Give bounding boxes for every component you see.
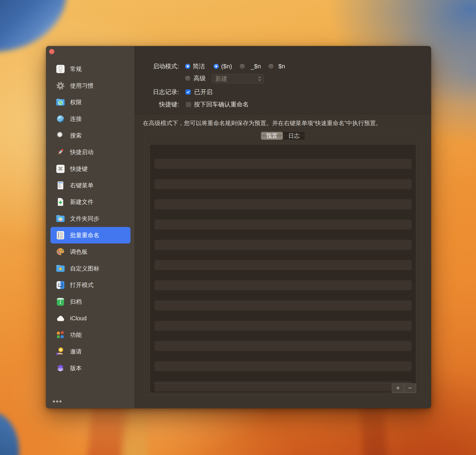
sidebar-item-custom-icons[interactable]: 自定义图标 — [50, 260, 130, 277]
sidebar-item-invite[interactable]: ¥ 邀请 — [50, 343, 130, 360]
sidebar-item-label: 常规 — [70, 65, 82, 73]
sidebar-item-label: iCloud — [70, 315, 87, 322]
table-row — [154, 341, 412, 351]
radio-format-underscore-label: _$n — [251, 63, 261, 70]
sidebar-item-connection[interactable]: 连接 — [50, 111, 130, 127]
close-button[interactable] — [49, 49, 54, 54]
sidebar-item-label: 邀请 — [70, 348, 82, 356]
sidebar-item-label: 快捷键 — [70, 165, 88, 173]
shapes-grid-icon — [56, 330, 65, 340]
sidebar-item-label: 文件夹同步 — [70, 215, 99, 223]
rocket-icon — [56, 147, 65, 157]
settings-section: 启动模式: 简洁 ($n) _$n $n 高级 新建 日志记录: — [134, 46, 431, 114]
sidebar-item-label: 搜索 — [70, 132, 82, 139]
sidebar-item-version[interactable]: 版本 — [50, 360, 130, 376]
sidebar-item-hotkeys[interactable]: ⌘ 快捷键 — [50, 160, 130, 177]
radio-format-paren[interactable] — [214, 64, 219, 69]
table-row — [154, 260, 412, 270]
radio-mode-simple[interactable] — [185, 64, 190, 69]
sidebar-item-label: 自定义图标 — [70, 265, 99, 272]
sidebar-item-search[interactable]: 搜索 — [50, 127, 130, 144]
radio-format-plain[interactable] — [268, 64, 274, 69]
sidebar-item-label: 权限 — [70, 98, 82, 106]
launch-mode-label: 启动模式: — [134, 63, 179, 70]
palette-icon — [56, 247, 65, 257]
logging-checkbox[interactable] — [185, 89, 191, 95]
sidebar-item-label: 连接 — [70, 115, 82, 123]
radio-format-underscore[interactable] — [240, 64, 245, 69]
settings-window: 常规 使用习惯 权限 — [46, 46, 431, 408]
sidebar-item-context-menu[interactable]: 右键菜单 — [50, 177, 130, 194]
svg-text:¥: ¥ — [60, 348, 62, 351]
table-row — [154, 280, 412, 290]
sidebar: 常规 使用习惯 权限 — [46, 46, 134, 408]
table-row — [154, 321, 412, 331]
zip-archive-icon — [56, 297, 65, 307]
table-footer-bar: + − — [150, 383, 416, 393]
list-document-icon — [56, 230, 65, 240]
hotkey-label: 快捷键: — [134, 101, 179, 108]
remove-preset-button[interactable]: − — [404, 384, 416, 393]
layers-stack-icon — [56, 363, 65, 373]
table-footer-buttons: + − — [392, 384, 416, 393]
sidebar-page-dots — [53, 400, 62, 403]
table-row — [154, 179, 412, 189]
sidebar-item-batch-rename[interactable]: 批量重命名 — [50, 227, 130, 244]
sidebar-item-archive[interactable]: 归档 — [50, 293, 130, 310]
preset-dropdown-value: 新建 — [215, 75, 227, 83]
switch-icon — [56, 64, 65, 74]
folder-star-icon — [56, 263, 65, 274]
sidebar-item-features[interactable]: 功能 — [50, 327, 130, 343]
radio-mode-simple-label: 简洁 — [193, 63, 205, 70]
menu-document-icon — [56, 180, 65, 190]
hotkey-checkbox[interactable] — [186, 102, 191, 107]
folder-sync-icon — [56, 214, 65, 224]
check-icon — [186, 90, 190, 94]
table-row — [154, 199, 412, 209]
sidebar-nav: 常规 使用习惯 权限 — [46, 61, 134, 376]
sidebar-item-new-file[interactable]: 新建文件 — [50, 194, 130, 210]
radio-format-paren-label: ($n) — [221, 63, 232, 70]
gear-icon — [56, 81, 65, 91]
add-preset-button[interactable]: + — [392, 384, 404, 393]
table-row — [154, 219, 412, 230]
radio-mode-advanced[interactable] — [185, 76, 190, 81]
coin-hand-icon: ¥ — [56, 347, 65, 357]
sidebar-item-label: 快捷启动 — [70, 148, 94, 156]
sidebar-item-permissions[interactable]: 权限 — [50, 94, 130, 111]
table-row — [154, 361, 412, 371]
sidebar-item-label: 版本 — [70, 364, 82, 372]
folder-check-icon — [56, 97, 65, 107]
sidebar-item-open-mode[interactable]: 打开模式 — [50, 277, 130, 293]
sidebar-item-folder-sync[interactable]: 文件夹同步 — [50, 211, 130, 227]
globe-network-icon — [56, 114, 65, 124]
sidebar-item-palette[interactable]: 调色板 — [50, 244, 130, 260]
table-row — [154, 240, 412, 250]
sidebar-item-label: 右键菜单 — [70, 181, 94, 189]
sidebar-item-quick-launch[interactable]: 快捷启动 — [50, 144, 130, 160]
advanced-mode-note: 在高级模式下，您可以将重命名规则保存为预置。并在右键菜单项“快速重命名”中执行预… — [143, 119, 382, 127]
cloud-icon — [56, 313, 65, 323]
preset-group-box: + − — [144, 136, 422, 395]
preset-table: + − — [150, 144, 416, 393]
sidebar-item-label: 打开模式 — [70, 281, 94, 289]
sidebar-item-label: 使用习惯 — [70, 82, 94, 90]
radio-mode-advanced-label: 高级 — [194, 75, 206, 82]
sidebar-item-label: 批量重命名 — [70, 231, 99, 239]
finder-icon — [56, 280, 65, 290]
wallpaper-blue-corner-bottom — [0, 412, 19, 455]
command-key-icon: ⌘ — [56, 164, 65, 174]
radio-format-plain-label: $n — [278, 63, 285, 70]
sidebar-item-habits[interactable]: 使用习惯 — [50, 77, 130, 94]
sidebar-item-general[interactable]: 常规 — [50, 61, 130, 77]
sidebar-item-label: 功能 — [70, 331, 82, 339]
sidebar-item-icloud[interactable]: iCloud — [50, 310, 130, 327]
preset-dropdown[interactable]: 新建 — [212, 74, 264, 83]
table-row — [154, 159, 412, 169]
sidebar-item-label: 归档 — [70, 298, 82, 306]
chevron-up-down-icon — [258, 76, 261, 81]
svg-text:⌘: ⌘ — [58, 166, 63, 172]
sidebar-item-label: 新建文件 — [70, 198, 94, 206]
wallpaper-blue-corner — [0, 0, 67, 52]
hotkey-checkbox-label: 按下回车确认重命名 — [194, 101, 249, 108]
